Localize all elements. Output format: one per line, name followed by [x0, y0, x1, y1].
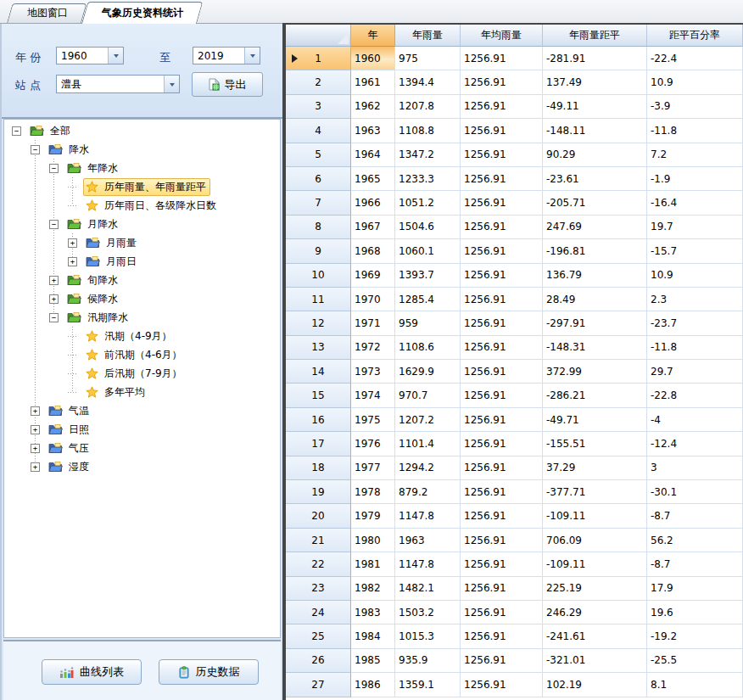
cell[interactable]: 1965: [351, 167, 395, 191]
tab-map-window[interactable]: 地图窗口: [7, 3, 81, 23]
cell[interactable]: 1503.2: [395, 601, 461, 624]
cell[interactable]: 1256.91: [461, 167, 543, 191]
row-header[interactable]: 18: [286, 456, 351, 480]
row-header[interactable]: 15: [286, 384, 351, 407]
cell[interactable]: 56.2: [647, 529, 743, 552]
cell[interactable]: 1256.91: [461, 432, 543, 456]
cell[interactable]: -16.4: [647, 191, 743, 215]
row-header[interactable]: 6: [286, 167, 351, 191]
cell[interactable]: 970.7: [395, 384, 461, 407]
cell[interactable]: 1207.2: [395, 408, 461, 432]
row-header[interactable]: 9: [286, 239, 351, 263]
cell[interactable]: -30.1: [647, 480, 743, 504]
cell[interactable]: -321.01: [543, 649, 647, 673]
cell[interactable]: -49.11: [543, 95, 647, 119]
cell[interactable]: -377.71: [543, 480, 647, 504]
row-header[interactable]: 11: [286, 288, 351, 311]
cell[interactable]: 137.49: [543, 70, 647, 94]
cell[interactable]: 1962: [351, 95, 395, 119]
collapse-icon[interactable]: −: [49, 164, 59, 173]
cell[interactable]: 1963: [351, 119, 395, 143]
row-header[interactable]: 16: [286, 408, 351, 432]
row-header[interactable]: 1: [286, 47, 351, 70]
cell[interactable]: 1256.91: [461, 529, 543, 552]
tree-item[interactable]: −年降水: [4, 159, 280, 177]
cell[interactable]: 959: [395, 311, 461, 335]
cell[interactable]: 1256.91: [461, 601, 543, 624]
cell[interactable]: 1347.2: [395, 143, 461, 167]
cell[interactable]: 1966: [351, 191, 395, 215]
cell[interactable]: 1256.91: [461, 143, 543, 167]
cell[interactable]: 2.3: [647, 288, 743, 311]
cell[interactable]: -148.11: [543, 119, 647, 143]
cell[interactable]: 1967: [351, 216, 395, 239]
collapse-icon[interactable]: −: [49, 220, 59, 229]
cell[interactable]: 1975: [351, 408, 395, 432]
tree-item[interactable]: 后汛期（7-9月）: [4, 364, 280, 383]
cell[interactable]: 1256.91: [461, 70, 543, 94]
cell[interactable]: 1256.91: [461, 264, 543, 288]
row-header[interactable]: 25: [286, 624, 351, 648]
cell[interactable]: -8.7: [647, 552, 743, 576]
cell[interactable]: 8.1: [647, 673, 743, 697]
cell[interactable]: 706.09: [543, 529, 647, 552]
cell[interactable]: -4: [647, 408, 743, 432]
cell[interactable]: 1256.91: [461, 456, 543, 480]
tree-item[interactable]: 前汛期（4-6月）: [4, 345, 280, 364]
cell[interactable]: 1256.91: [461, 95, 543, 119]
cell[interactable]: 37.29: [543, 456, 647, 480]
cell[interactable]: 1256.91: [461, 336, 543, 360]
history-data-button[interactable]: 历史数据: [159, 659, 259, 685]
cell[interactable]: 1974: [351, 384, 395, 407]
tree-item[interactable]: +侯降水: [4, 289, 280, 308]
cell[interactable]: 1256.91: [461, 504, 543, 528]
curve-list-button[interactable]: 曲线列表: [42, 659, 142, 685]
cell[interactable]: -109.11: [543, 552, 647, 576]
cell[interactable]: 1256.91: [461, 552, 543, 576]
export-button[interactable]: 导出: [192, 72, 263, 97]
row-header[interactable]: 21: [286, 529, 351, 552]
cell[interactable]: 1147.8: [395, 552, 461, 576]
year-from-select[interactable]: 1960: [56, 47, 124, 64]
cell[interactable]: 1984: [351, 624, 395, 648]
cell[interactable]: 3: [647, 456, 743, 480]
cell[interactable]: 10.9: [647, 70, 743, 94]
cell[interactable]: -1.9: [647, 167, 743, 191]
expand-icon[interactable]: +: [68, 257, 77, 266]
cell[interactable]: 1256.91: [461, 384, 543, 407]
cell[interactable]: 1256.91: [461, 577, 543, 601]
cell[interactable]: -22.4: [647, 47, 743, 70]
cell[interactable]: 1294.2: [395, 456, 461, 480]
collapse-icon[interactable]: −: [12, 126, 21, 136]
cell[interactable]: 7.2: [647, 143, 743, 167]
cell[interactable]: 29.7: [647, 360, 743, 384]
cell[interactable]: 1963: [395, 529, 461, 552]
tree-item[interactable]: 历年雨日、各级降水日数: [4, 196, 280, 215]
cell[interactable]: 1256.91: [461, 239, 543, 263]
cell[interactable]: -49.71: [543, 408, 647, 432]
cell[interactable]: 1060.1: [395, 239, 461, 263]
cell[interactable]: 1256.91: [461, 360, 543, 384]
tab-weather-history-stats[interactable]: 气象历史资料统计: [81, 2, 197, 24]
cell[interactable]: -23.7: [647, 311, 743, 335]
cell[interactable]: 1393.7: [395, 264, 461, 288]
cell[interactable]: 1256.91: [461, 311, 543, 335]
cell[interactable]: -297.91: [543, 311, 647, 335]
row-header[interactable]: 27: [286, 673, 351, 697]
cell[interactable]: 246.29: [543, 601, 647, 624]
collapse-icon[interactable]: −: [31, 145, 40, 154]
cell[interactable]: 1256.91: [461, 480, 543, 504]
cell[interactable]: 1982: [351, 577, 395, 601]
row-header[interactable]: 10: [286, 264, 351, 288]
cell[interactable]: -11.8: [647, 336, 743, 360]
row-header[interactable]: 8: [286, 216, 351, 239]
cell[interactable]: 1147.8: [395, 504, 461, 528]
cell[interactable]: 1969: [351, 264, 395, 288]
cell[interactable]: 1256.91: [461, 216, 543, 239]
cell[interactable]: -148.31: [543, 336, 647, 360]
cell[interactable]: 1985: [351, 649, 395, 673]
cell[interactable]: 1504.6: [395, 216, 461, 239]
tree-item[interactable]: −全部: [4, 121, 280, 140]
cell[interactable]: -8.7: [647, 504, 743, 528]
cell[interactable]: 1256.91: [461, 408, 543, 432]
